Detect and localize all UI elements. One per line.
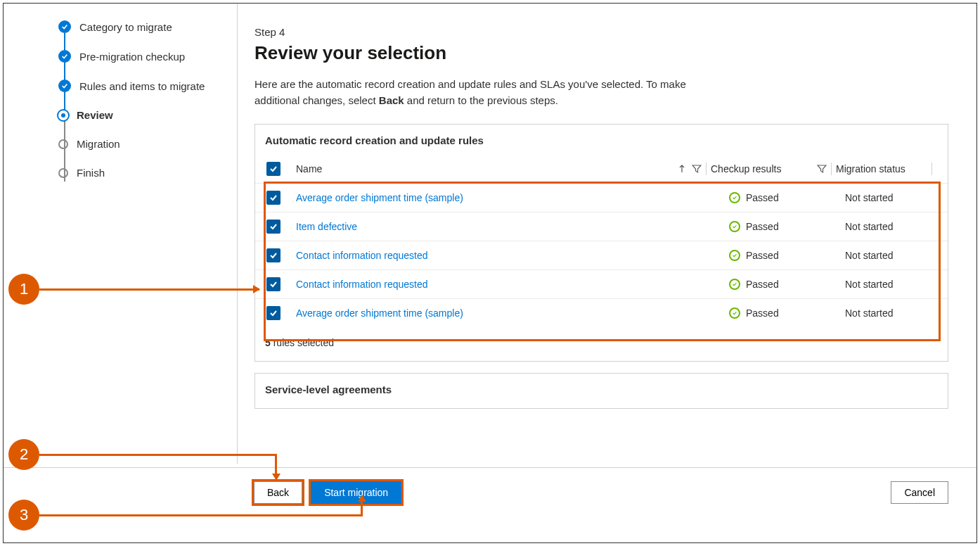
description: Here are the automatic record creation a… bbox=[254, 77, 704, 108]
step-migration: Migration bbox=[58, 138, 231, 150]
pending-step-icon bbox=[58, 168, 68, 178]
checkmark-icon bbox=[58, 50, 71, 63]
sort-up-icon[interactable] bbox=[678, 164, 686, 174]
row-checkbox[interactable] bbox=[266, 220, 281, 234]
row-checkbox[interactable] bbox=[266, 248, 281, 262]
checkmark-circle-icon bbox=[729, 192, 740, 203]
checkup-result: Passed bbox=[746, 192, 779, 203]
table-row[interactable]: Average order shipment time (sample) Pas… bbox=[255, 184, 948, 212]
page-title: Review your selection bbox=[254, 42, 948, 64]
checkmark-icon bbox=[58, 20, 71, 33]
step-finish: Finish bbox=[58, 167, 231, 179]
step-pre-migration-checkup[interactable]: Pre-migration checkup bbox=[58, 50, 231, 63]
rule-name-link[interactable]: Average order shipment time (sample) bbox=[296, 192, 729, 203]
migration-status: Not started bbox=[845, 279, 936, 290]
step-category-to-migrate[interactable]: Category to migrate bbox=[58, 20, 231, 33]
rules-panel-title: Automatic record creation and update rul… bbox=[255, 125, 948, 159]
rule-name-link[interactable]: Average order shipment time (sample) bbox=[296, 307, 729, 319]
step-label: Finish bbox=[77, 167, 105, 179]
step-label: Category to migrate bbox=[79, 21, 172, 33]
checkmark-circle-icon bbox=[729, 279, 740, 290]
selected-count: 5 rules selected bbox=[255, 327, 948, 361]
rule-name-link[interactable]: Contact information requested bbox=[296, 279, 729, 290]
back-button[interactable]: Back bbox=[254, 481, 302, 504]
column-name[interactable]: Name bbox=[296, 163, 676, 174]
step-label: Review bbox=[77, 109, 113, 121]
checkmark-circle-icon bbox=[729, 250, 740, 261]
rule-name-link[interactable]: Contact information requested bbox=[296, 250, 729, 261]
migration-status: Not started bbox=[845, 221, 936, 232]
checkup-result: Passed bbox=[746, 307, 779, 319]
footer-bar: Back Start migration Cancel bbox=[4, 467, 976, 542]
table-row[interactable]: Average order shipment time (sample) Pas… bbox=[255, 299, 948, 327]
table-row[interactable]: Item defective Passed Not started bbox=[255, 212, 948, 241]
step-number: Step 4 bbox=[254, 26, 948, 38]
filter-icon[interactable] bbox=[817, 164, 827, 174]
step-review[interactable]: Review bbox=[58, 109, 231, 121]
wizard-steps-sidebar: Category to migrate Pre-migration checku… bbox=[4, 4, 238, 464]
checkmark-circle-icon bbox=[729, 307, 740, 319]
migration-status: Not started bbox=[845, 250, 936, 261]
row-checkbox[interactable] bbox=[266, 191, 281, 205]
rules-panel: Automatic record creation and update rul… bbox=[254, 124, 948, 362]
checkmark-icon bbox=[58, 80, 71, 92]
step-label: Migration bbox=[77, 138, 120, 150]
main-content: Step 4 Review your selection Here are th… bbox=[238, 4, 976, 464]
row-checkbox[interactable] bbox=[266, 277, 281, 291]
rule-name-link[interactable]: Item defective bbox=[296, 221, 729, 232]
pending-step-icon bbox=[58, 139, 68, 149]
current-step-icon bbox=[58, 110, 68, 120]
checkup-result: Passed bbox=[746, 279, 779, 290]
checkmark-circle-icon bbox=[729, 221, 740, 232]
step-label: Pre-migration checkup bbox=[79, 51, 185, 63]
cancel-button[interactable]: Cancel bbox=[891, 481, 948, 504]
step-label: Rules and items to migrate bbox=[79, 80, 205, 92]
row-checkbox[interactable] bbox=[266, 306, 281, 320]
table-row[interactable]: Contact information requested Passed Not… bbox=[255, 270, 948, 299]
table-row[interactable]: Contact information requested Passed Not… bbox=[255, 241, 948, 270]
checkup-result: Passed bbox=[746, 221, 779, 232]
sla-panel: Service-level agreements bbox=[254, 373, 948, 409]
table-header: Name Checkup results Migration status bbox=[255, 159, 948, 184]
start-migration-button[interactable]: Start migration bbox=[311, 481, 401, 504]
column-status[interactable]: Migration status bbox=[836, 163, 927, 174]
migration-status: Not started bbox=[845, 192, 936, 203]
sla-panel-title: Service-level agreements bbox=[255, 374, 948, 408]
select-all-checkbox[interactable] bbox=[266, 162, 281, 176]
step-rules-and-items[interactable]: Rules and items to migrate bbox=[58, 80, 231, 92]
column-checkup[interactable]: Checkup results bbox=[711, 163, 817, 174]
filter-icon[interactable] bbox=[692, 164, 702, 174]
migration-status: Not started bbox=[845, 307, 936, 319]
checkup-result: Passed bbox=[746, 250, 779, 261]
